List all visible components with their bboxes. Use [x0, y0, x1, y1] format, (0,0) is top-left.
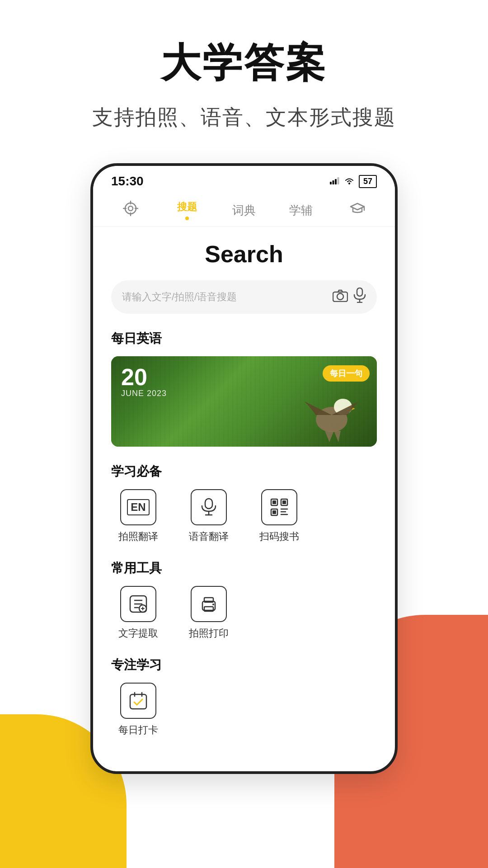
tool-voice-translate[interactable]: 语音翻译 — [182, 489, 236, 543]
search-placeholder-text: 请输入文字/拍照/语音搜题 — [122, 290, 327, 304]
tool-photo-translate[interactable]: EN 拍照翻译 — [111, 489, 165, 543]
settings-icon — [123, 201, 138, 220]
voice-translate-label: 语音翻译 — [189, 530, 229, 543]
nav-dict-label: 词典 — [232, 203, 256, 218]
status-time: 15:30 — [111, 174, 144, 189]
svg-rect-28 — [272, 510, 276, 514]
text-extract-label: 文字提取 — [118, 627, 158, 640]
svg-point-6 — [128, 206, 133, 211]
daily-english-card[interactable]: 20 JUNE 2023 每日一句 — [111, 356, 377, 447]
daily-english-title: 每日英语 — [111, 330, 377, 347]
nav-item-search[interactable]: 搜题 — [159, 200, 216, 220]
nav-tutor-label: 学辅 — [289, 203, 313, 218]
study-tools-grid: EN 拍照翻译 语音翻译 — [111, 489, 377, 543]
photo-translate-icon: EN — [120, 489, 156, 525]
card-date-month: JUNE 2023 — [121, 389, 167, 398]
svg-rect-26 — [282, 500, 286, 504]
study-tools-title: 学习必备 — [111, 463, 377, 480]
phone-body: Search 请输入文字/拍照/语音搜题 — [93, 227, 395, 771]
nav-item-tutor[interactable]: 学辅 — [272, 203, 329, 218]
phone-mockup: 15:30 — [90, 163, 398, 774]
tool-daily-checkin[interactable]: 每日打卡 — [111, 683, 165, 737]
svg-point-4 — [348, 183, 350, 184]
status-icons: 57 — [330, 175, 377, 188]
svg-point-5 — [125, 203, 136, 214]
photo-translate-label: 拍照翻译 — [118, 530, 158, 543]
nav-active-dot — [185, 217, 189, 220]
signal-icon — [330, 175, 340, 187]
card-date-number: 20 — [121, 365, 167, 389]
text-extract-icon — [120, 586, 156, 622]
card-badge[interactable]: 每日一句 — [323, 365, 370, 382]
wifi-icon — [344, 175, 354, 187]
mic-search-icon[interactable] — [353, 288, 366, 307]
study-tools-section: 学习必备 EN 拍照翻译 — [111, 463, 377, 543]
daily-checkin-icon — [120, 683, 156, 719]
card-date: 20 JUNE 2023 — [121, 365, 167, 398]
nav-bar: 搜题 词典 学辅 — [93, 193, 395, 227]
svg-point-14 — [337, 293, 343, 300]
tool-text-extract[interactable]: 文字提取 — [111, 586, 165, 640]
svg-rect-20 — [205, 499, 212, 509]
focus-study-grid: 每日打卡 — [111, 683, 377, 737]
voice-translate-icon — [191, 489, 227, 525]
photo-print-label: 拍照打印 — [189, 627, 229, 640]
nav-item-graduation[interactable] — [329, 201, 386, 220]
common-tools-title: 常用工具 — [111, 560, 377, 577]
tool-scan-book[interactable]: 扫码搜书 — [252, 489, 306, 543]
svg-rect-2 — [335, 179, 337, 184]
common-tools-grid: 文字提取 拍照打印 — [111, 586, 377, 640]
nav-search-label: 搜题 — [177, 200, 197, 214]
tool-photo-print[interactable]: 拍照打印 — [182, 586, 236, 640]
battery-icon: 57 — [359, 175, 377, 188]
nav-item-dict[interactable]: 词典 — [216, 203, 272, 218]
svg-rect-43 — [130, 694, 146, 709]
scan-book-label: 扫码搜书 — [259, 530, 299, 543]
page-subtitle: 支持拍照、语音、文本形式搜题 — [92, 104, 396, 132]
graduation-icon — [350, 201, 365, 220]
svg-point-42 — [212, 604, 214, 605]
focus-study-section: 专注学习 每日打卡 — [111, 656, 377, 737]
status-bar: 15:30 — [93, 166, 395, 193]
search-bar[interactable]: 请输入文字/拍照/语音搜题 — [111, 280, 377, 314]
daily-english-section: 每日英语 — [111, 330, 377, 447]
photo-print-icon — [191, 586, 227, 622]
svg-rect-15 — [357, 288, 362, 296]
svg-rect-1 — [332, 180, 334, 184]
daily-checkin-label: 每日打卡 — [118, 723, 158, 737]
nav-item-settings[interactable] — [102, 201, 159, 220]
page-title: 大学答案 — [161, 36, 327, 90]
search-page-title: Search — [111, 241, 377, 268]
svg-rect-0 — [330, 182, 332, 184]
common-tools-section: 常用工具 — [111, 560, 377, 640]
scan-book-icon — [261, 489, 297, 525]
camera-search-icon[interactable] — [333, 289, 348, 306]
focus-study-title: 专注学习 — [111, 656, 377, 674]
svg-rect-24 — [272, 500, 276, 504]
svg-rect-3 — [337, 177, 339, 184]
